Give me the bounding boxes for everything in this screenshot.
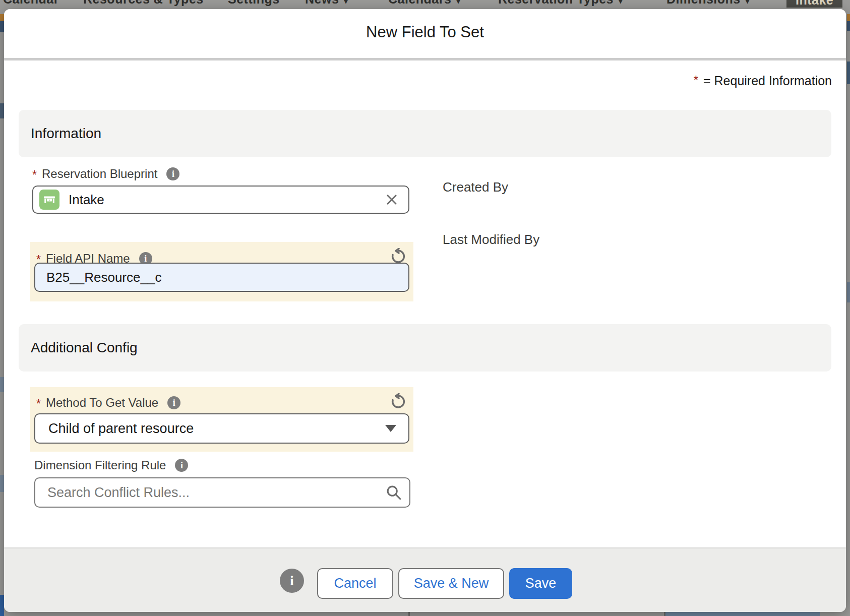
backdrop-fragment: [0, 595, 4, 616]
clear-x-icon[interactable]: [384, 192, 399, 207]
backdrop-fragment: [408, 612, 410, 616]
field-api-name-input[interactable]: [34, 263, 409, 292]
background-tab: Calendar: [3, 0, 59, 7]
modal-header: New Field To Set: [4, 9, 846, 58]
background-tab: Settings: [228, 0, 280, 7]
info-icon[interactable]: i: [280, 569, 304, 593]
background-tab: Calendars ▾: [388, 0, 462, 7]
background-tab: Resources & Types: [83, 0, 204, 7]
cancel-button[interactable]: Cancel: [317, 568, 393, 599]
undo-icon[interactable]: [390, 393, 406, 409]
field-api-name-block: * Field API Name i: [30, 242, 413, 301]
reservation-blueprint-value: Intake: [69, 192, 384, 208]
section-title: Information: [19, 110, 831, 157]
method-to-get-value-selected: Child of parent resource: [48, 421, 385, 437]
backdrop-fragment: [665, 612, 820, 616]
required-information-note: *= Required Information: [694, 74, 832, 88]
conflict-rules-search-input[interactable]: [34, 477, 410, 508]
backdrop-fragment: [0, 377, 4, 392]
method-to-get-value-select[interactable]: Child of parent resource: [34, 413, 409, 444]
dimension-filtering-rule-label: Dimension Filtering Rule: [34, 458, 166, 472]
reservation-blueprint-label-row: * Reservation Blueprint i: [32, 166, 179, 181]
last-modified-by-label: Last Modified By: [443, 232, 539, 248]
section-title: Additional Config: [19, 324, 831, 372]
save-button[interactable]: Save: [509, 568, 572, 599]
required-note-text: = Required Information: [703, 74, 832, 88]
backdrop-fragment: [847, 282, 850, 302]
backdrop-fragment: [0, 14, 4, 21]
method-to-get-value-block: * Method To Get Value i Child of parent …: [30, 387, 413, 452]
required-asterisk: *: [36, 397, 41, 411]
dimension-filtering-rule-label-row: Dimension Filtering Rule i: [34, 458, 188, 473]
info-icon[interactable]: i: [175, 459, 188, 472]
modal-title: New Field To Set: [4, 23, 846, 41]
reservation-blueprint-desk-icon: [39, 190, 59, 210]
reservation-blueprint-label: Reservation Blueprint: [42, 167, 157, 181]
created-by-label: Created By: [443, 179, 508, 195]
backdrop-fragment: [847, 61, 850, 84]
background-tab: Reservation Types ▾: [498, 0, 624, 7]
modal-footer: i Cancel Save & New Save: [4, 547, 846, 612]
background-tab: News ▾: [305, 0, 349, 7]
background-tab: Dimensions ▾: [666, 0, 751, 7]
method-to-get-value-label: Method To Get Value: [46, 396, 158, 410]
backdrop-fragment: [0, 21, 4, 32]
section-header-additional-config: Additional Config: [19, 324, 831, 372]
backdrop-fragment: [0, 103, 4, 118]
undo-icon[interactable]: [390, 248, 406, 264]
section-header-information: Information: [19, 110, 831, 157]
backdrop-fragment: [847, 21, 850, 31]
new-field-to-set-modal: New Field To Set *= Required Information…: [4, 9, 846, 612]
background-tab-bar: Calendar Resources & Types Settings News…: [0, 0, 850, 8]
header-divider: [4, 58, 846, 60]
info-icon[interactable]: i: [166, 167, 179, 180]
reservation-blueprint-field[interactable]: Intake: [32, 186, 409, 214]
search-icon: [385, 484, 402, 501]
method-to-get-value-label-row: * Method To Get Value i: [36, 395, 180, 410]
save-and-new-button[interactable]: Save & New: [398, 568, 504, 599]
dimension-filtering-rule-search: [34, 477, 410, 508]
required-asterisk: *: [694, 73, 698, 87]
background-tab-active: Intake: [786, 0, 842, 8]
backdrop-fragment: [847, 14, 850, 21]
required-asterisk: *: [32, 168, 37, 182]
backdrop-fragment: [0, 475, 4, 492]
info-icon[interactable]: i: [167, 396, 180, 409]
chevron-down-icon: [385, 425, 396, 432]
